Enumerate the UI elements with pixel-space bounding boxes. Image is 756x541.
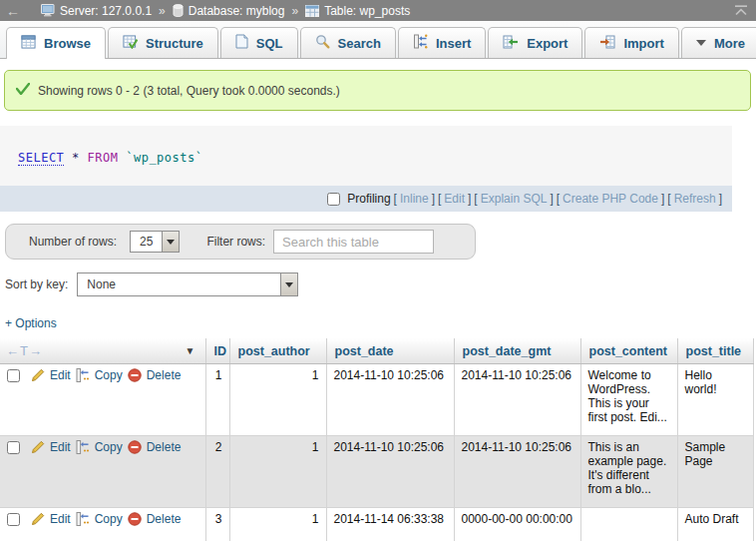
row-checkbox[interactable] (7, 513, 20, 526)
number-of-rows-label: Number of rows: (29, 235, 117, 249)
copy-link[interactable]: Copy (95, 440, 123, 454)
tab-label: Export (527, 36, 567, 51)
inline-link[interactable]: Inline (400, 192, 429, 206)
column-header-post-content[interactable]: post_content (580, 338, 677, 364)
back-arrow-icon[interactable]: ← (6, 4, 20, 18)
cell-post-title: Hello world! (677, 364, 753, 436)
tab-search[interactable]: Search (300, 27, 396, 58)
edit-link[interactable]: Edit (50, 440, 71, 454)
bracket: ] (432, 192, 435, 206)
bracket: [ (394, 192, 397, 206)
cell-post-date-gmt: 2014-11-10 10:25:06 (454, 364, 580, 436)
table-icon (305, 5, 319, 17)
table-row: Edit Copy Delete 3 1 2014-11-14 06:33:38… (0, 508, 753, 541)
tab-sql[interactable]: SQL (220, 27, 298, 58)
breadcrumb: ← Server: 127.0.0.1 » Database: myblog »… (0, 0, 756, 21)
success-check-icon (16, 83, 30, 98)
cell-post-date: 2014-11-14 06:33:38 (326, 508, 454, 541)
query-actions-bar: Profiling [ Inline ] [ Edit ] [ Explain … (0, 186, 732, 212)
sort-by-key-row: Sort by key: None (5, 272, 756, 296)
sql-star: * (72, 151, 80, 165)
delete-link[interactable]: Delete (147, 368, 182, 382)
column-header-post-title[interactable]: post_title (677, 338, 753, 364)
profiling-checkbox[interactable] (327, 193, 340, 206)
column-header-id[interactable]: ID (205, 338, 229, 364)
database-icon (173, 4, 184, 17)
delete-icon[interactable] (128, 512, 142, 526)
column-header-post-date[interactable]: post_date (326, 338, 454, 364)
cell-post-author: 1 (229, 508, 326, 541)
copy-icon[interactable] (76, 512, 90, 526)
bracket: ] (719, 192, 722, 206)
options-toggle-link[interactable]: + Options (5, 316, 57, 330)
sort-options-icon[interactable]: ▼ (186, 345, 195, 356)
cell-id: 3 (205, 508, 229, 541)
edit-query-link[interactable]: Edit (444, 192, 465, 206)
row-checkbox[interactable] (7, 369, 20, 382)
tab-export[interactable]: Export (488, 27, 582, 58)
row-checkbox[interactable] (7, 441, 20, 454)
browse-icon (21, 35, 36, 52)
collapse-panel-icon[interactable] (734, 5, 748, 16)
cell-post-date-gmt: 0000-00-00 00:00:00 (454, 508, 580, 541)
edit-link[interactable]: Edit (50, 368, 71, 382)
breadcrumb-database[interactable]: Database: myblog (189, 4, 285, 18)
tab-import[interactable]: Import (584, 27, 678, 58)
tab-structure[interactable]: Structure (108, 27, 218, 58)
breadcrumb-separator: » (291, 4, 298, 18)
number-of-rows-value: 25 (131, 232, 162, 252)
cell-post-author: 1 (229, 436, 326, 508)
sql-keyword-select[interactable]: SELECT (18, 151, 64, 166)
column-header-post-author[interactable]: post_author (229, 338, 326, 364)
bracket: [ (557, 192, 560, 206)
sort-by-key-select[interactable]: None (77, 272, 298, 296)
filter-rows-input[interactable] (273, 230, 434, 254)
cell-post-date: 2014-11-10 10:25:06 (326, 364, 454, 436)
cell-post-date-gmt: 2014-11-10 10:25:06 (454, 436, 580, 508)
copy-icon[interactable] (76, 368, 90, 382)
delete-icon[interactable] (128, 368, 142, 382)
delete-link[interactable]: Delete (147, 440, 182, 454)
breadcrumb-table[interactable]: Table: wp_posts (324, 4, 410, 18)
edit-link[interactable]: Edit (50, 512, 71, 526)
copy-link[interactable]: Copy (95, 368, 123, 382)
sort-by-key-label: Sort by key: (5, 277, 68, 291)
create-php-code-link[interactable]: Create PHP Code (563, 192, 658, 206)
explain-sql-link[interactable]: Explain SQL (481, 192, 548, 206)
sql-icon (235, 34, 248, 52)
bracket: [ (474, 192, 477, 206)
column-header-post-date-gmt[interactable]: post_date_gmt (454, 338, 580, 364)
select-dropdown-button[interactable] (280, 273, 297, 295)
bracket: ] (661, 192, 664, 206)
number-of-rows-select[interactable]: 25 (130, 231, 180, 253)
tab-insert[interactable]: Insert (398, 27, 486, 58)
tab-browse[interactable]: Browse (6, 27, 106, 59)
tab-more[interactable]: More (681, 27, 756, 58)
export-icon (503, 35, 519, 52)
tab-label: Browse (44, 36, 91, 51)
status-message: Showing rows 0 - 2 (3 total, Query took … (4, 70, 751, 111)
cell-post-date: 2014-11-10 10:25:06 (326, 436, 454, 508)
sort-by-key-value: None (78, 273, 280, 295)
tab-label: Import (623, 36, 663, 51)
table-header-row: ←T→ ▼ ID post_author post_date post_date… (0, 338, 753, 364)
cell-post-title: Auto Draft (677, 508, 753, 541)
edit-pencil-icon[interactable] (31, 368, 45, 382)
refresh-link[interactable]: Refresh (674, 192, 716, 206)
select-dropdown-button[interactable] (162, 232, 179, 252)
breadcrumb-server[interactable]: Server: 127.0.0.1 (60, 4, 152, 18)
copy-icon[interactable] (76, 440, 90, 454)
transpose-icon[interactable]: ←T→ (6, 343, 43, 358)
cell-post-title: Sample Page (677, 436, 753, 508)
delete-link[interactable]: Delete (147, 512, 182, 526)
edit-pencil-icon[interactable] (31, 512, 45, 526)
profiling-label: Profiling (347, 192, 390, 206)
query-box: SELECT * FROM `wp_posts` Profiling [ Inl… (0, 126, 732, 212)
cell-post-content (580, 508, 677, 541)
copy-link[interactable]: Copy (95, 512, 123, 526)
delete-icon[interactable] (128, 440, 142, 454)
edit-pencil-icon[interactable] (31, 440, 45, 454)
bracket: ] (550, 192, 553, 206)
tab-label: More (714, 36, 745, 51)
cell-post-content: Welcome to WordPress. This is your first… (580, 364, 677, 436)
